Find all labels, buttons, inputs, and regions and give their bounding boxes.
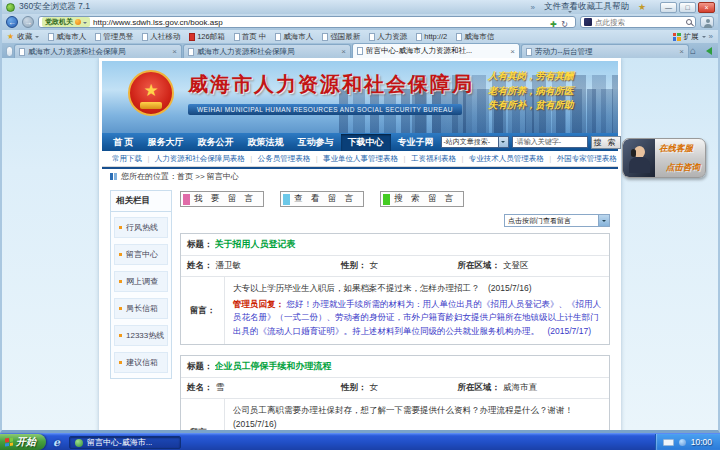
menu-item[interactable]: 查看 [561,1,578,11]
search-message-button[interactable]: 搜 索 留 言 [380,191,464,207]
message-card: 标题： 企业员工停保手续和办理流程 姓名： 雪 性别： [180,355,610,430]
region-value: 文登区 [503,260,529,272]
windows-flag-icon [5,438,13,447]
sidebar-item[interactable]: 留言中心 [114,244,168,265]
taskbar-clock[interactable]: 10:00 [691,437,712,447]
bookmark-item[interactable]: 威海市人 [48,32,86,42]
message-title-link[interactable]: 企业员工停保手续和办理流程 [215,360,332,373]
nav-item[interactable]: 服务大厅 [141,134,191,151]
url-field[interactable]: 党政机关 http://www.sdwh.lss.gov.cn/book.asp… [38,16,576,28]
extensions-dropdown-icon[interactable] [702,36,706,40]
menu-item[interactable]: 帮助 [612,1,629,11]
volume-icon[interactable] [679,439,686,446]
tab-close-icon[interactable]: × [679,47,684,56]
minimize-button[interactable]: — [660,2,677,13]
menu-item[interactable]: 收藏 [578,1,595,11]
select-arrow-icon[interactable] [498,137,508,147]
browser-tab[interactable]: 威海市人力资源和社会保障局 × [14,44,182,58]
nav-item[interactable]: 政务公开 [191,134,241,151]
cloud-sync-icon[interactable] [6,46,13,57]
back-button[interactable]: ← [6,16,18,28]
nav-item[interactable]: 专业子网 [391,134,441,151]
tab-close-icon[interactable]: × [341,47,346,56]
browser-tab[interactable]: 劳动力--后台管理 × [521,44,689,58]
customer-service-photo [623,139,655,177]
post-message-button[interactable]: 我 要 留 言 [180,191,264,207]
favorite-star-icon[interactable]: ★ [638,2,646,12]
url-text[interactable]: http://www.sdwh.lss.gov.cn/book.asp [93,18,547,27]
sub-nav-item[interactable]: 人力资源和社会保障局表格 [142,154,245,164]
sub-nav-item[interactable]: 专业技术人员管理表格 [456,154,544,164]
nav-item[interactable]: 下载中心 [341,134,391,151]
url-dropdown-icon[interactable] [568,11,572,32]
close-button[interactable]: × [698,2,715,13]
bookmark-item[interactable]: 威海市人 [275,32,313,42]
site-verification-badge[interactable]: 党政机关 [42,17,90,27]
bookmark-item[interactable]: 126邮箱 [189,32,225,42]
pink-marker-icon [183,194,190,205]
ie-icon[interactable]: e [53,436,60,449]
refresh-icon[interactable]: ↻ [561,20,568,29]
home-icon[interactable]: ⌂ [690,46,696,56]
favorites-label[interactable]: 收藏 [17,32,32,42]
bookmark-item[interactable]: 首页 中 [234,32,267,42]
view-message-button[interactable]: 查 看 留 言 [280,191,364,207]
start-button[interactable]: 开始 [0,434,46,450]
site-subtitle-en: WEIHAI MUNICIPAL HUMAN RESOURCES AND SOC… [188,104,462,115]
browser-tab[interactable]: 威海市人力资源和社会保障局 × [183,44,351,58]
admin-reply-label: 管理员回复： [233,299,284,309]
browser-tab[interactable]: 留言中心-威海市人力资源和社... × [352,43,520,58]
menu-item[interactable]: 文件查看收藏工具帮助 [544,1,629,13]
select-arrow-icon[interactable] [598,215,609,226]
security-icon[interactable]: ✚ [550,20,557,29]
bookmark-item[interactable]: 管理员登 [95,32,133,42]
taskbar-task-button[interactable]: 留言中心-威海市... [69,436,181,449]
forward-button[interactable]: → [22,16,34,28]
bookmark-item[interactable]: 人社移动 [142,32,180,42]
site-search-button[interactable]: 搜 索 [591,136,621,149]
sidebar-item[interactable]: 网上调查 [114,271,168,292]
sub-nav-item[interactable]: 工资福利表格 [398,154,456,164]
bookmarks-star-icon[interactable]: ★ [7,32,14,41]
title-label: 标题： [187,239,213,251]
sidebar-item[interactable]: 行风热线 [114,217,168,238]
sidebar-item[interactable]: 建议信箱 [114,352,168,373]
user-avatar-button[interactable] [700,16,714,28]
maximize-button[interactable]: □ [679,2,696,13]
sub-nav-item[interactable]: 公务员管理表格 [245,154,310,164]
chevron-double-icon[interactable]: » [530,3,534,12]
online-service-widget[interactable]: 在线客服 点击咨询 [622,138,706,178]
overflow-icon[interactable]: » [709,32,713,41]
bookmark-favicon [189,33,195,41]
nav-item[interactable]: 政策法规 [241,134,291,151]
search-input[interactable] [595,18,683,27]
message-board: 我 要 留 言 查 看 留 言 搜 索 留 言 [180,190,610,430]
nav-item[interactable]: 互动参与 [291,134,341,151]
site-search-input[interactable] [512,136,588,148]
search-engine-icon[interactable] [584,18,592,26]
sidebar-item[interactable]: 12333热线 [114,325,168,346]
bookmark-item[interactable]: 强国最新 [322,32,360,42]
tab-close-icon[interactable]: × [172,47,177,56]
search-icon[interactable] [686,19,692,25]
message-title-link[interactable]: 关于招用人员登记表 [215,238,296,251]
sub-nav-item[interactable]: 常用下载 [112,154,142,164]
extensions-label[interactable]: 扩展 [684,32,699,42]
restore-tab-icon[interactable] [702,47,712,55]
bookmark-item[interactable]: http://2 [416,32,447,41]
department-filter-select[interactable]: 点击按部门查看留言 [504,214,610,227]
menu-item[interactable]: 工具 [595,1,612,11]
bookmark-item[interactable]: 威海市信 [456,32,494,42]
favorites-dropdown-icon[interactable] [35,36,39,40]
keyboard-layout-icon[interactable] [663,439,674,446]
sub-nav-item[interactable]: 事业单位人事管理表格 [310,154,398,164]
search-category-select[interactable]: -站内文章搜索- [441,136,509,148]
bookmark-item[interactable]: 人力资源 [369,32,407,42]
nav-item[interactable]: 首 页 [106,134,141,151]
menu-item[interactable]: 文件 [544,1,561,11]
extensions-icon[interactable] [673,33,681,41]
tab-close-icon[interactable]: × [510,47,515,56]
browser-search-box[interactable] [580,16,696,28]
sub-nav-item[interactable]: 外国专家管理表格 [544,154,617,164]
sidebar-item[interactable]: 局长信箱 [114,298,168,319]
